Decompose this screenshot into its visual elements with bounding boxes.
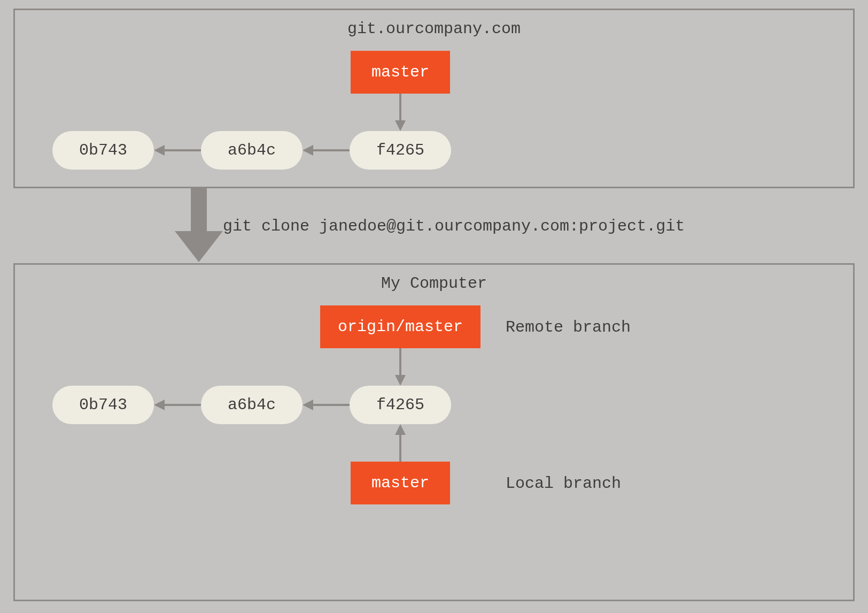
server-title: git.ourcompany.com [15, 20, 853, 38]
commit-hash: f4265 [376, 141, 424, 159]
svg-marker-11 [154, 400, 165, 410]
remote-branch-label: origin/master [338, 318, 463, 336]
svg-marker-9 [395, 375, 406, 386]
svg-marker-7 [175, 231, 223, 262]
commit-hash: 0b743 [79, 396, 127, 414]
arrow-left-icon [154, 145, 201, 156]
commit-hash: a6b4c [228, 396, 276, 414]
svg-marker-5 [303, 145, 313, 156]
arrow-down-icon [395, 94, 406, 131]
svg-rect-6 [191, 188, 207, 231]
arrow-left-icon [303, 400, 350, 410]
svg-marker-1 [395, 120, 406, 131]
arrow-up-icon [395, 424, 406, 462]
server-panel: git.ourcompany.com master 0b743 a6b4c f4… [13, 9, 855, 188]
svg-marker-15 [395, 424, 406, 435]
svg-marker-3 [154, 145, 165, 156]
commit-hash: 0b743 [79, 141, 127, 159]
local-title: My Computer [15, 274, 853, 293]
commit-hash: a6b4c [228, 141, 276, 159]
server-branch-label: master [371, 63, 429, 81]
server-branch-master: master [351, 51, 450, 94]
arrow-left-icon [303, 145, 350, 156]
local-branch-annotation: Local branch [506, 474, 621, 493]
clone-arrow-icon [175, 188, 223, 263]
commit-node: a6b4c [201, 386, 303, 424]
commit-node: 0b743 [52, 131, 154, 170]
arrow-left-icon [154, 400, 201, 410]
arrow-down-icon [395, 348, 406, 386]
remote-branch-annotation: Remote branch [506, 318, 631, 336]
commit-node: 0b743 [52, 386, 154, 424]
local-branch-master: master [351, 462, 450, 504]
commit-hash: f4265 [376, 396, 424, 414]
remote-tracking-branch: origin/master [320, 305, 480, 348]
local-panel: My Computer origin/master Remote branch … [13, 263, 855, 601]
svg-marker-13 [303, 400, 313, 410]
commit-node: a6b4c [201, 131, 303, 170]
clone-command: git clone janedoe@git.ourcompany.com:pro… [223, 217, 685, 235]
commit-node: f4265 [350, 386, 451, 424]
local-branch-label: master [371, 474, 429, 492]
commit-node: f4265 [350, 131, 451, 170]
